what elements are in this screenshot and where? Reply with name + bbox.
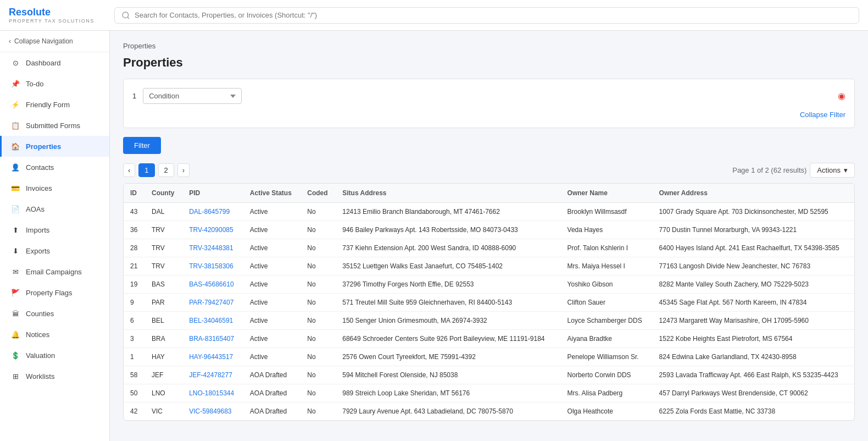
cell-id: 21 (124, 257, 145, 275)
filter-remove-button[interactable]: ◉ (838, 91, 845, 101)
cell-owner-address: 770 Dustin Tunnel Morarburgh, VA 99343-1… (653, 221, 854, 239)
collapse-filter-label: Collapse Filter (800, 111, 845, 119)
sidebar-item-label: Email Campaigns (26, 268, 82, 276)
sidebar-item-friendly-form[interactable]: ⚡ Friendly Form (0, 94, 109, 115)
sidebar-item-label: Friendly Form (26, 101, 70, 109)
cell-situs-address: 737 Kiehn Extension Apt. 200 West Sandra… (336, 239, 560, 257)
filter-button[interactable]: Filter (123, 137, 161, 154)
cell-county: TRV (145, 239, 182, 257)
sidebar-item-submitted-forms[interactable]: 📋 Submitted Forms (0, 115, 109, 136)
sidebar-item-counties[interactable]: 🏛 Counties (0, 303, 109, 324)
sidebar-item-label: Exports (26, 247, 50, 255)
home-icon: 🏠 (10, 141, 20, 151)
sidebar-item-dashboard[interactable]: ⊙ Dashboard (0, 52, 109, 73)
sidebar-item-worklists[interactable]: ⊞ Worklists (0, 366, 109, 387)
person-icon: 👤 (10, 162, 20, 172)
pid-link[interactable]: DAL-8645799 (182, 203, 243, 221)
sidebar-item-label: Submitted Forms (26, 122, 80, 130)
sidebar-item-imports[interactable]: ⬆ Imports (0, 219, 109, 240)
col-pid: PID (182, 184, 243, 203)
cell-id: 36 (124, 221, 145, 239)
search-bar[interactable] (114, 7, 859, 24)
actions-label: Actions (817, 166, 841, 174)
cell-active-status: Active (243, 294, 301, 312)
cell-county: BEL (145, 312, 182, 330)
cell-owner-name: Loyce Schamberger DDS (561, 312, 653, 330)
logo: Resolute PROPERTY TAX SOLUTIONS (9, 7, 108, 24)
cell-active-status: Active (243, 221, 301, 239)
sidebar-item-exports[interactable]: ⬇ Exports (0, 240, 109, 261)
page-2-button[interactable]: 2 (158, 163, 174, 177)
collapse-nav-button[interactable]: ‹ Collapse Navigation (0, 31, 109, 52)
page-info: Page 1 of 2 (62 results) (732, 166, 806, 174)
circle-icon: ⊙ (10, 58, 20, 68)
sidebar-item-contacts[interactable]: 👤 Contacts (0, 157, 109, 178)
cell-owner-name: Norberto Corwin DDS (561, 366, 653, 384)
page-1-button[interactable]: 1 (138, 163, 154, 177)
building-icon: 🏛 (10, 308, 20, 318)
next-page-button[interactable]: › (177, 163, 190, 177)
cell-id: 58 (124, 366, 145, 384)
sidebar-item-invoices[interactable]: 💳 Invoices (0, 178, 109, 199)
pid-link[interactable]: TRV-32448381 (182, 239, 243, 257)
sidebar-item-label: Contacts (26, 163, 54, 172)
pid-link[interactable]: BRA-83165407 (182, 330, 243, 348)
cell-owner-name: Penelope Williamson Sr. (561, 348, 653, 366)
cell-situs-address: 35152 Luettgen Walks East Janaefurt, CO … (336, 257, 560, 275)
sidebar-item-valuation[interactable]: 💲 Valuation (0, 345, 109, 366)
prev-page-button[interactable]: ‹ (123, 163, 135, 177)
pid-link[interactable]: VIC-59849683 (182, 403, 243, 421)
pid-link[interactable]: TRV-38158306 (182, 257, 243, 275)
cell-id: 43 (124, 203, 145, 221)
condition-select[interactable]: Condition Active Inactive Pending (143, 88, 242, 104)
sidebar-item-aoas[interactable]: 📄 AOAs (0, 199, 109, 219)
sidebar-item-todo[interactable]: 📌 To-do (0, 73, 109, 94)
col-county: County (145, 184, 182, 203)
cell-coded: No (301, 239, 336, 257)
sidebar-item-email-campaigns[interactable]: ✉ Email Campaigns (0, 261, 109, 282)
cell-owner-address: 45345 Sage Flat Apt. 567 North Kareem, I… (653, 294, 854, 312)
flag-icon: 🚩 (10, 288, 20, 297)
import-icon: ⬆ (10, 225, 20, 235)
svg-point-0 (123, 12, 129, 18)
pid-link[interactable]: BAS-45686610 (182, 275, 243, 294)
cell-county: VIC (145, 403, 182, 421)
actions-arrow-icon: ▾ (844, 166, 848, 174)
pid-link[interactable]: PAR-79427407 (182, 294, 243, 312)
cell-id: 50 (124, 384, 145, 403)
collapse-filter-link[interactable]: Collapse Filter (132, 111, 845, 119)
pid-link[interactable]: JEF-42478277 (182, 366, 243, 384)
pid-link[interactable]: HAY-96443517 (182, 348, 243, 366)
cell-id: 42 (124, 403, 145, 421)
pid-link[interactable]: BEL-34046591 (182, 312, 243, 330)
cell-coded: No (301, 221, 336, 239)
cell-coded: No (301, 312, 336, 330)
cell-id: 19 (124, 275, 145, 294)
pid-link[interactable]: LNO-18015344 (182, 384, 243, 403)
cell-active-status: Active (243, 275, 301, 294)
table-row: 21TRVTRV-38158306ActiveNo35152 Luettgen … (124, 257, 854, 275)
table-row: 50LNOLNO-18015344AOA DraftedNo989 Streic… (124, 384, 854, 403)
cell-county: BAS (145, 275, 182, 294)
table-body: 43DALDAL-8645799ActiveNo12413 Emilio Bra… (124, 203, 854, 421)
sidebar-item-label: Properties (26, 142, 61, 151)
properties-table: IDCountyPIDActive StatusCodedSitus Addre… (123, 183, 855, 421)
search-input[interactable] (135, 11, 852, 19)
pid-link[interactable]: TRV-42090085 (182, 221, 243, 239)
cell-active-status: Active (243, 312, 301, 330)
table-row: 3BRABRA-83165407ActiveNo68649 Schroeder … (124, 330, 854, 348)
cell-situs-address: 2576 Owen Court Tyreekfort, ME 75991-439… (336, 348, 560, 366)
sidebar-item-property-flags[interactable]: 🚩 Property Flags (0, 282, 109, 303)
cell-coded: No (301, 294, 336, 312)
sidebar-item-label: Dashboard (26, 59, 61, 67)
cell-active-status: AOA Drafted (243, 366, 301, 384)
cell-county: TRV (145, 257, 182, 275)
table-row: 42VICVIC-59849683AOA DraftedNo7929 Laury… (124, 403, 854, 421)
pagination-row: ‹ 1 2 › Page 1 of 2 (62 results) Actions… (123, 163, 855, 178)
sidebar-item-properties[interactable]: 🏠 Properties (0, 136, 109, 157)
actions-button[interactable]: Actions ▾ (810, 163, 855, 178)
sidebar: ‹ Collapse Navigation ⊙ Dashboard 📌 To-d… (0, 31, 110, 441)
sidebar-item-notices[interactable]: 🔔 Notices (0, 324, 109, 345)
cell-owner-address: 1522 Kobe Heights East Pietrofort, MS 67… (653, 330, 854, 348)
sidebar-item-label: Imports (26, 226, 49, 234)
